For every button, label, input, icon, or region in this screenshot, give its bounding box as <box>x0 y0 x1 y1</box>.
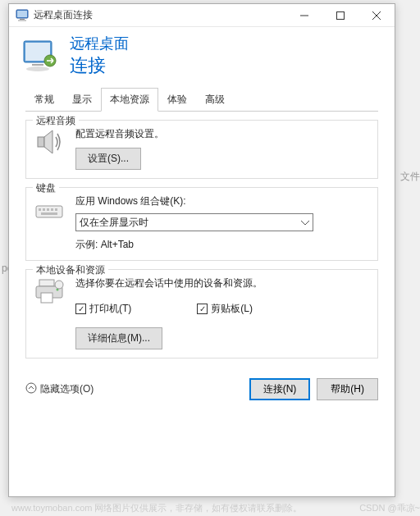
keyboard-combo-select[interactable]: 仅在全屏显示时 <box>75 213 313 231</box>
tab-advanced[interactable]: 高级 <box>196 88 234 112</box>
close-button[interactable] <box>358 4 395 27</box>
header-line2: 连接 <box>70 53 129 78</box>
speaker-icon <box>34 127 64 157</box>
devices-desc: 选择你要在远程会话中使用的设备和资源。 <box>75 276 369 290</box>
chevron-up-icon <box>25 382 37 396</box>
group-title: 远程音频 <box>33 114 79 128</box>
svg-point-25 <box>55 281 63 289</box>
keyboard-example: 示例: Alt+Tab <box>75 238 369 252</box>
keyboard-group: 键盘 应用 Windows 组合键(K): 仅在全屏显示时 示例: Alt+Ta… <box>25 187 378 261</box>
connect-button[interactable]: 连接(N) <box>249 378 311 400</box>
tab-display[interactable]: 显示 <box>63 88 101 112</box>
keyboard-icon <box>34 194 64 224</box>
svg-rect-5 <box>337 11 345 19</box>
svg-rect-19 <box>55 208 57 211</box>
dialog-footer: 隐藏选项(O) 连接(N) 帮助(H) <box>9 372 395 407</box>
printer-checkbox[interactable]: ✓ 打印机(T) <box>75 302 131 316</box>
tab-local-resources[interactable]: 本地资源 <box>101 88 158 112</box>
audio-desc: 配置远程音频设置。 <box>75 127 369 141</box>
local-devices-group: 本地设备和资源 选择你要在远程会话中使用的设备和资源。 ✓ 打印机(T) ✓ <box>25 269 378 358</box>
watermark-left: www.toymoban.com 网络图片仅供展示，非存储，如有侵权请联系删除。 <box>11 502 302 514</box>
remote-audio-group: 远程音频 配置远程音频设置。 设置(S)... <box>25 120 378 179</box>
watermark-right: CSDN @乖凉~ <box>359 502 420 514</box>
group-title: 本地设备和资源 <box>33 263 108 277</box>
svg-rect-15 <box>39 208 41 211</box>
keyboard-desc: 应用 Windows 组合键(K): <box>75 194 369 208</box>
checkbox-label: 打印机(T) <box>89 302 131 316</box>
app-icon <box>16 9 29 22</box>
svg-rect-3 <box>18 20 26 21</box>
tab-content: 远程音频 配置远程音频设置。 设置(S)... 键盘 <box>9 112 395 372</box>
svg-rect-23 <box>41 293 52 303</box>
svg-rect-17 <box>47 208 49 211</box>
tab-general[interactable]: 常规 <box>25 88 63 112</box>
watermark: www.toymoban.com 网络图片仅供展示，非存储，如有侵权请联系删除。… <box>11 502 420 514</box>
check-icon: ✓ <box>75 304 86 314</box>
select-value: 仅在全屏显示时 <box>80 216 148 230</box>
details-button[interactable]: 详细信息(M)... <box>75 327 162 349</box>
hide-options-button[interactable]: 隐藏选项(O) <box>25 382 243 396</box>
chevron-down-icon <box>301 217 309 228</box>
rdc-window: 远程桌面连接 远程桌面 连接 常规 显示 本地资源 体验 高级 远程音频 配 <box>8 3 395 497</box>
header-text: 远程桌面 连接 <box>70 34 129 78</box>
svg-rect-14 <box>36 206 62 217</box>
hide-options-label: 隐藏选项(O) <box>40 382 94 396</box>
maximize-button[interactable] <box>322 4 358 27</box>
svg-rect-20 <box>41 212 57 215</box>
background-text: 文件 <box>400 170 420 184</box>
titlebar: 远程桌面连接 <box>9 4 395 27</box>
svg-point-11 <box>26 66 49 71</box>
window-title: 远程桌面连接 <box>34 8 286 22</box>
svg-point-26 <box>26 383 36 393</box>
svg-rect-10 <box>32 64 43 66</box>
svg-rect-1 <box>17 11 27 17</box>
tab-strip: 常规 显示 本地资源 体验 高级 <box>9 88 395 112</box>
printer-icon <box>34 276 64 306</box>
minimize-button[interactable] <box>286 4 322 27</box>
help-button[interactable]: 帮助(H) <box>317 378 378 400</box>
header-line1: 远程桌面 <box>70 34 129 53</box>
svg-rect-18 <box>51 208 53 211</box>
svg-rect-16 <box>43 208 45 211</box>
checkbox-label: 剪贴板(L) <box>211 302 253 316</box>
clipboard-checkbox[interactable]: ✓ 剪贴板(L) <box>197 302 253 316</box>
group-title: 键盘 <box>33 181 59 195</box>
svg-rect-21 <box>39 280 54 286</box>
check-icon: ✓ <box>197 304 208 314</box>
dialog-header: 远程桌面 连接 <box>9 27 395 88</box>
rdc-icon <box>22 38 58 74</box>
svg-rect-2 <box>20 19 25 20</box>
audio-settings-button[interactable]: 设置(S)... <box>75 148 141 170</box>
tab-experience[interactable]: 体验 <box>158 88 196 112</box>
svg-rect-13 <box>38 137 44 147</box>
